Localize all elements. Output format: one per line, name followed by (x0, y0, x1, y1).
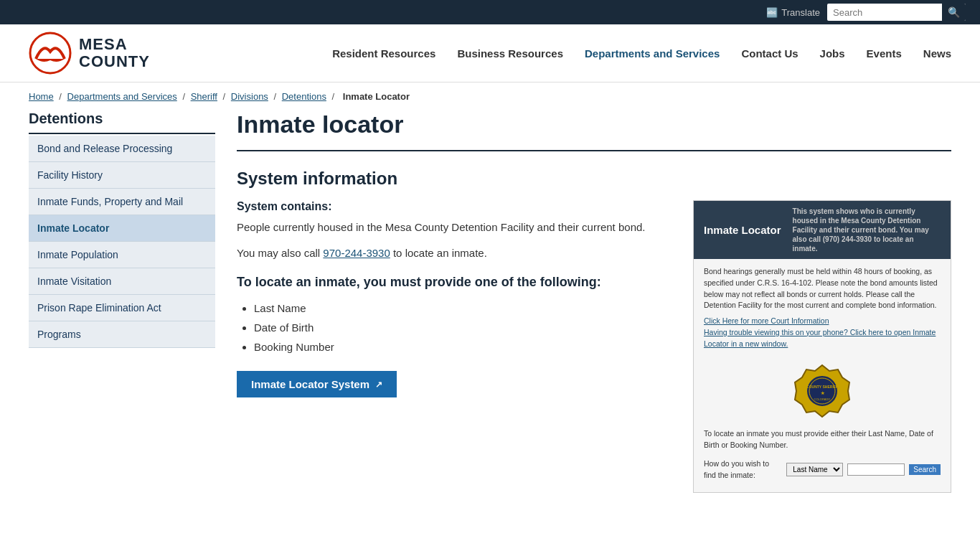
breadcrumb-detentions[interactable]: Detentions (282, 91, 326, 102)
sheriff-badge-icon: COUNTY SHERIFF ★ COLORADO (793, 362, 851, 420)
nav-contact-us[interactable]: Contact Us (741, 47, 798, 60)
top-bar: 🔤 Translate 🔍 (0, 0, 980, 24)
cta-label: Inmate Locator System (251, 378, 369, 390)
header: MESA COUNTY Resident Resources Business … (0, 24, 980, 83)
svg-text:COUNTY SHERIFF: COUNTY SHERIFF (806, 385, 838, 389)
preview-search-select[interactable]: Last Name (786, 463, 843, 476)
nav-jobs[interactable]: Jobs (820, 47, 845, 60)
sidebar-item-facility-history[interactable]: Facility History (29, 162, 215, 189)
breadcrumb-current: Inmate Locator (343, 91, 410, 102)
sidebar-item-programs[interactable]: Programs (29, 321, 215, 348)
sidebar-title: Detentions (29, 110, 215, 134)
sidebar: Detentions Bond and Release Processing F… (29, 110, 215, 493)
preview-badge-area: COUNTY SHERIFF ★ COLORADO (704, 354, 941, 428)
search-submit-button[interactable]: 🔍 (942, 4, 966, 21)
svg-text:COLORADO: COLORADO (814, 397, 831, 401)
preview-body: Bond hearings generally must be held wit… (694, 259, 951, 492)
preview-header-title: Inmate Locator (704, 224, 781, 236)
preview-bond-text: Bond hearings generally must be held wit… (704, 266, 941, 311)
translate-icon: 🔤 (766, 7, 778, 18)
logo-text: MESA COUNTY (79, 36, 150, 70)
system-preview-aside: Inmate Locator This system shows who is … (693, 200, 951, 493)
page-title: Inmate locator (237, 110, 951, 138)
breadcrumb-sheriff[interactable]: Sheriff (191, 91, 217, 102)
page-body: Detentions Bond and Release Processing F… (0, 110, 980, 522)
nav-departments-services[interactable]: Departments and Services (585, 47, 720, 60)
breadcrumb: Home / Departments and Services / Sherif… (0, 83, 980, 110)
translate-label: Translate (781, 7, 820, 18)
preview-search-input[interactable] (847, 463, 905, 476)
sidebar-item-inmate-funds[interactable]: Inmate Funds, Property and Mail (29, 189, 215, 215)
nav-resident-resources[interactable]: Resident Resources (332, 47, 435, 60)
system-contains-label: System contains: (237, 200, 672, 213)
logo[interactable]: MESA COUNTY (29, 32, 150, 75)
phone-link[interactable]: 970-244-3930 (323, 247, 390, 259)
nav-events[interactable]: Events (867, 47, 902, 60)
top-search-bar: 🔍 (827, 4, 966, 21)
breadcrumb-home[interactable]: Home (29, 91, 54, 102)
preview-phone-link[interactable]: Having trouble viewing this on your phon… (704, 328, 936, 348)
inmate-locator-system-button[interactable]: Inmate Locator System ↗ (237, 371, 397, 397)
bullet-list: Last Name Date of Birth Booking Number (237, 298, 672, 357)
preview-search-desc: To locate an inmate you must provide eit… (704, 428, 941, 451)
sidebar-item-bond[interactable]: Bond and Release Processing (29, 136, 215, 162)
logo-icon (29, 32, 72, 75)
preview-search-row: How do you wish to find the inmate: Last… (704, 454, 941, 486)
system-preview: Inmate Locator This system shows who is … (693, 200, 951, 493)
external-link-icon: ↗ (375, 380, 382, 390)
nav-news[interactable]: News (923, 47, 951, 60)
content-with-aside: System contains: People currently housed… (237, 200, 951, 493)
list-item: Date of Birth (254, 318, 672, 337)
section-heading: System information (237, 169, 951, 189)
sidebar-item-prea[interactable]: Prison Rape Elimination Act (29, 295, 215, 321)
preview-court-link[interactable]: Click Here for more Court Information (704, 316, 829, 325)
preview-header-desc: This system shows who is currently house… (793, 207, 941, 253)
preview-search-label: How do you wish to find the inmate: (704, 458, 782, 481)
sidebar-item-inmate-locator[interactable]: Inmate Locator (29, 215, 215, 242)
preview-search-button[interactable]: Search (909, 464, 941, 475)
main-content: Inmate locator System information System… (237, 110, 951, 493)
list-item: Booking Number (254, 337, 672, 357)
body-text-2: You may also call 970-244-3930 to locate… (237, 245, 672, 262)
list-item: Last Name (254, 298, 672, 318)
body-text-1: People currently housed in the Mesa Coun… (237, 219, 672, 236)
nav-business-resources[interactable]: Business Resources (457, 47, 563, 60)
content-divider (237, 150, 951, 151)
sidebar-item-inmate-visitation[interactable]: Inmate Visitation (29, 268, 215, 295)
translate-button[interactable]: 🔤 Translate (766, 7, 820, 18)
main-nav: Resident Resources Business Resources De… (179, 47, 951, 60)
content-left: System contains: People currently housed… (237, 200, 672, 493)
bold-heading: To locate an inmate, you must provide on… (237, 275, 672, 290)
breadcrumb-departments[interactable]: Departments and Services (67, 91, 177, 102)
search-input[interactable] (827, 6, 942, 19)
preview-header: Inmate Locator This system shows who is … (694, 201, 951, 259)
breadcrumb-divisions[interactable]: Divisions (231, 91, 268, 102)
sidebar-item-inmate-population[interactable]: Inmate Population (29, 242, 215, 268)
